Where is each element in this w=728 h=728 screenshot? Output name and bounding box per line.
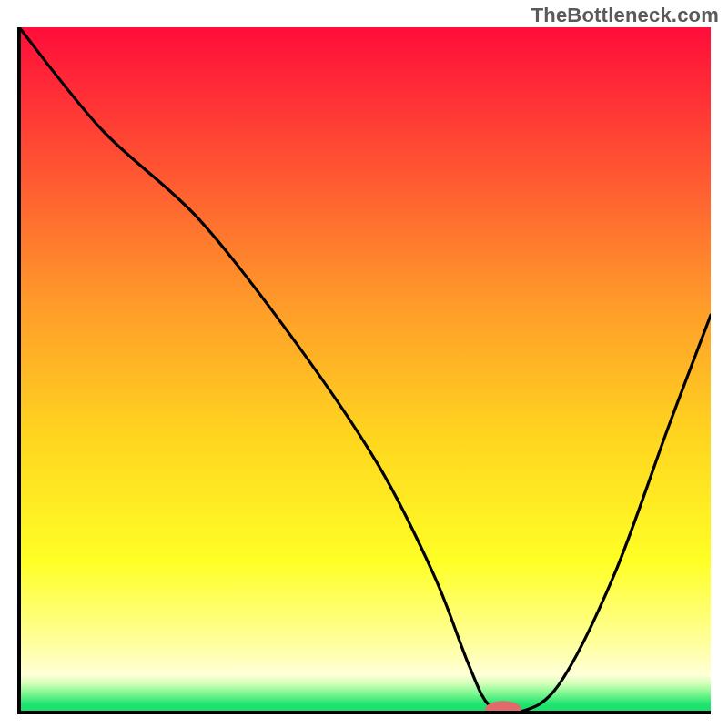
- chart-stage: TheBottleneck.com: [0, 0, 728, 728]
- optimal-marker: [485, 701, 521, 717]
- watermark-text: TheBottleneck.com: [531, 4, 719, 27]
- gradient-background: [19, 27, 711, 713]
- bottleneck-chart: [0, 0, 728, 728]
